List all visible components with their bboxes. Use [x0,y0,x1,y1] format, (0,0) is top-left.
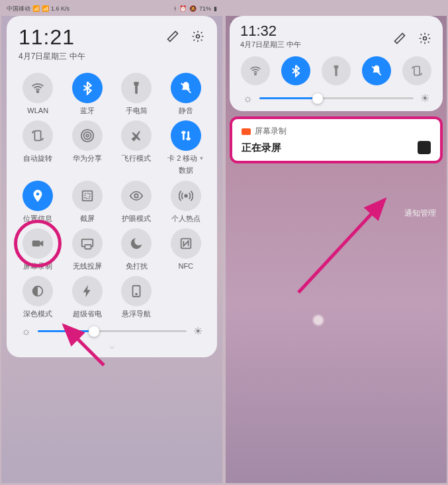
settings-icon[interactable] [418,31,432,46]
qs-tile-label: 个人热点 [171,214,201,223]
qs-tile-location[interactable]: 位置信息 [13,181,63,223]
stop-record-button[interactable] [418,141,431,154]
qs-tile-label: 卡 2 移动 [167,154,197,163]
qs-tile-sublabel: 数据 [179,166,193,175]
svg-rect-21 [414,66,420,75]
signal-icon-2: 📶 [42,5,49,12]
qs-tile-label: NFC [178,262,193,271]
svg-point-4 [83,132,91,140]
qs-tile-floatnav[interactable]: 悬浮导航 [112,276,161,318]
qs-tile-label: 手电筒 [126,107,148,115]
dnd-icon[interactable] [121,228,152,259]
status-bar: 中国移动 📶 📶 1.6 K/s ᚼ ⏰ 🔕 71% ▮ [1,1,222,16]
screenshot-right: 中国移动 📶 📶 1.5 K/s ᚼ ⏰ 🔕 70% ▮ 11:32 [226,1,447,483]
darkmode-icon[interactable] [22,276,53,306]
edit-icon[interactable] [392,31,407,46]
qs-tile-label: 自动旋转 [23,154,52,163]
clock-time: 11:21 [19,25,85,50]
qs-tile-label: 免打扰 [126,262,148,271]
mute-status-icon: 🔕 [189,5,197,12]
location-icon[interactable] [22,181,53,211]
settings-icon[interactable] [191,29,205,44]
clock-date: 4月7日星期三 中午 [19,51,85,62]
qs-tile-dnd[interactable]: 免打扰 [112,228,161,271]
share-icon[interactable] [72,120,103,151]
record-app-icon [242,128,251,135]
svg-rect-11 [32,240,40,246]
rotate-icon[interactable] [22,120,53,151]
svg-rect-8 [85,193,89,198]
recording-notification[interactable]: 屏幕录制 正在录屏 [230,116,443,163]
data-icon[interactable] [171,120,201,151]
qs-tile-screenshot[interactable]: 截屏 [63,181,112,223]
eyecare-icon[interactable] [121,181,152,211]
clock-date: 4月7日星期三 中午 [240,40,301,50]
svg-point-19 [424,36,427,40]
svg-rect-2 [35,131,41,141]
brightness-slider[interactable]: ☼ ☀ [235,88,437,105]
qs-tile-cast[interactable]: 无线投屏 [63,228,112,271]
svg-point-0 [197,35,200,38]
brightness-high-icon: ☀ [420,92,429,105]
bluetooth-icon[interactable] [72,73,103,103]
cast-icon[interactable] [72,228,103,259]
edit-icon[interactable] [165,29,180,44]
qs-tile-label: 静音 [179,107,193,115]
qs-tile-label: 护眼模式 [122,214,151,223]
qs-tile-flashlight[interactable]: 手电筒 [112,73,161,115]
notification-manage-link[interactable]: 通知管理 [404,208,436,219]
qs-tile-label: 蓝牙 [80,107,95,115]
bluetooth-status-icon: ᚼ [173,5,177,12]
screenshot-icon[interactable] [72,181,103,211]
qs-tile-label: WLAN [27,107,48,115]
qs-tile-powersave[interactable]: 超级省电 [63,276,112,318]
flashlight-icon[interactable] [121,73,152,103]
clock-time: 11:32 [240,22,301,40]
qs-tile-mute[interactable]: 静音 [161,73,211,115]
qs-tile-share[interactable]: 华为分享 [63,120,112,175]
qs-tile-darkmode[interactable]: 深色模式 [13,276,63,318]
quick-settings-panel-compact: 11:32 4月7日星期三 中午 ☼ [230,16,443,111]
qs-tile-label: 悬浮导航 [122,310,151,318]
qs-tile-record[interactable]: 屏幕录制 [13,228,63,271]
qs-tile-label: 屏幕录制 [23,262,52,271]
floatnav-icon[interactable] [121,276,152,306]
qs-tile-nfc[interactable]: NFC [161,228,211,271]
qs-tile-airplane[interactable]: 飞行模式 [112,120,161,175]
qs-tile-wifi[interactable] [241,56,270,85]
qs-tile-label: 华为分享 [73,154,102,163]
wifi-icon[interactable] [22,73,53,103]
qs-tile-rotate[interactable]: 自动旋转 [13,120,63,175]
hotspot-icon[interactable] [171,181,201,211]
quick-settings-panel: 11:21 4月7日星期三 中午 WLAN蓝牙手电筒静音自动旋转华为分享飞行模式… [7,16,217,357]
qs-tile-hotspot[interactable]: 个人热点 [161,181,211,223]
panel-handle-icon[interactable]: ⌵ [11,340,213,351]
svg-point-17 [136,294,137,295]
qs-tile-mute[interactable] [362,56,391,85]
qs-tile-bluetooth[interactable] [281,56,310,85]
carrier-label: 中国移动 [7,5,30,13]
svg-point-6 [36,193,40,196]
svg-point-20 [254,73,256,75]
qs-tile-flashlight[interactable] [322,56,351,85]
mute-icon[interactable] [171,73,201,103]
notification-app-name: 屏幕录制 [255,126,287,137]
qs-tile-wifi[interactable]: WLAN [13,73,63,115]
battery-icon: ▮ [214,5,217,12]
qs-tile-eyecare[interactable]: 护眼模式 [112,181,161,223]
powersave-icon[interactable] [72,276,103,306]
nfc-icon[interactable] [171,228,201,259]
brightness-slider[interactable]: ☼ ☀ [11,318,213,337]
signal-icon: 📶 [32,5,40,12]
brightness-low-icon: ☼ [21,326,31,337]
qs-tile-data[interactable]: 卡 2 移动▼数据 [161,120,211,175]
record-icon[interactable] [22,228,53,259]
qs-tile-rotate[interactable] [402,56,431,85]
qs-tile-label: 飞行模式 [122,154,151,163]
svg-rect-13 [85,245,91,249]
airplane-icon[interactable] [121,120,152,151]
qs-tile-bluetooth[interactable]: 蓝牙 [63,73,112,115]
wallpaper-orb [312,314,325,327]
notification-title: 正在录屏 [242,142,281,154]
screenshot-left: 中国移动 📶 📶 1.6 K/s ᚼ ⏰ 🔕 71% ▮ 11:21 [1,1,222,483]
